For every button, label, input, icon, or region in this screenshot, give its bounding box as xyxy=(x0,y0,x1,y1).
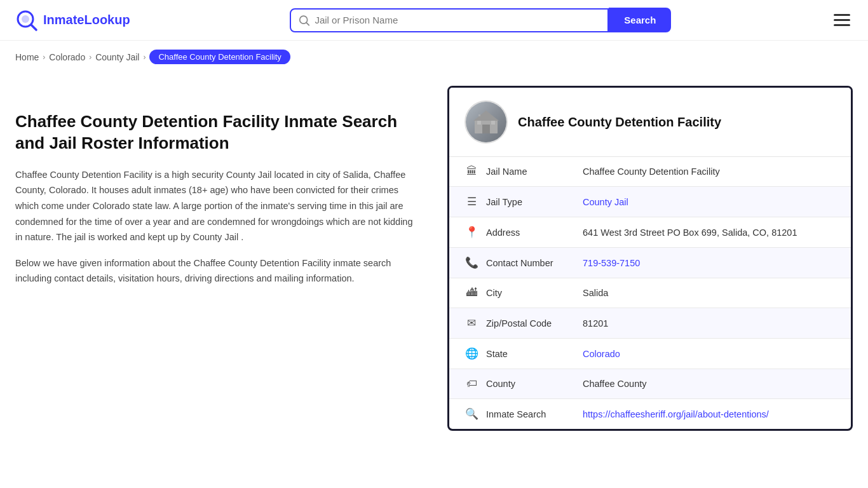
info-row: 🔍Inmate Searchhttps://chaffeesheriff.org… xyxy=(449,399,851,429)
breadcrumb-home[interactable]: Home xyxy=(15,52,39,62)
info-link[interactable]: County Jail xyxy=(583,197,628,207)
svg-line-2 xyxy=(31,25,36,30)
state-icon: 🌐 xyxy=(465,347,478,360)
facility-image-placeholder xyxy=(466,102,506,142)
logo-icon xyxy=(15,9,38,32)
info-row: ☰Jail TypeCounty Jail xyxy=(449,187,851,217)
info-value: Salida xyxy=(583,288,836,298)
info-label: Zip/Postal Code xyxy=(486,318,575,329)
info-label: Inmate Search xyxy=(486,409,575,419)
card-header: Chaffee County Detention Facility xyxy=(449,88,851,157)
breadcrumb-chevron-3: › xyxy=(143,53,146,62)
inmate-search-icon: 🔍 xyxy=(465,407,478,421)
hamburger-line-1 xyxy=(834,14,850,16)
svg-rect-9 xyxy=(491,121,495,125)
search-area: Search xyxy=(290,8,671,32)
description-paragraph-2: Below we have given information about th… xyxy=(15,255,422,287)
info-row: 🌐StateColorado xyxy=(449,339,851,369)
info-label: City xyxy=(486,288,575,298)
facility-image xyxy=(465,100,508,144)
info-label: Jail Type xyxy=(486,197,575,207)
zip-icon: ✉ xyxy=(465,316,478,330)
info-row: 📍Address641 West 3rd Street PO Box 699, … xyxy=(449,217,851,248)
facility-card: Chaffee County Detention Facility 🏛Jail … xyxy=(447,86,853,431)
svg-marker-6 xyxy=(473,111,499,121)
info-row: 🏛Jail NameChaffee County Detention Facil… xyxy=(449,157,851,187)
phone-icon: 📞 xyxy=(465,256,478,269)
svg-rect-8 xyxy=(477,121,481,125)
breadcrumb: Home › Colorado › County Jail › Chaffee … xyxy=(0,41,868,73)
left-column: Chaffee County Detention Facility Inmate… xyxy=(15,86,422,431)
svg-rect-10 xyxy=(478,114,480,116)
info-label: Address xyxy=(486,227,575,238)
info-value[interactable]: Colorado xyxy=(583,349,836,359)
address-icon: 📍 xyxy=(465,226,478,239)
info-label: County xyxy=(486,379,575,389)
search-wrapper xyxy=(290,8,609,32)
card-title: Chaffee County Detention Facility xyxy=(518,115,721,130)
svg-point-1 xyxy=(22,15,29,23)
description-paragraph-1: Chaffee County Detention Facility is a h… xyxy=(15,167,422,245)
county-icon: 🏷 xyxy=(465,377,478,390)
info-link[interactable]: https://chaffeesheriff.org/jail/about-de… xyxy=(583,409,769,419)
hamburger-line-2 xyxy=(834,19,850,21)
city-icon: 🏙 xyxy=(465,287,478,299)
info-value[interactable]: https://chaffeesheriff.org/jail/about-de… xyxy=(583,409,836,419)
info-value[interactable]: 719-539-7150 xyxy=(583,258,836,268)
info-table: 🏛Jail NameChaffee County Detention Facil… xyxy=(449,157,851,429)
breadcrumb-current: Chaffee County Detention Facility xyxy=(149,50,290,64)
info-row: 🏷CountyChaffee County xyxy=(449,369,851,399)
info-value: Chaffee County Detention Facility xyxy=(583,166,836,177)
info-row: ✉Zip/Postal Code81201 xyxy=(449,308,851,339)
breadcrumb-county-jail[interactable]: County Jail xyxy=(95,52,139,62)
search-button[interactable]: Search xyxy=(609,8,671,32)
breadcrumb-chevron-1: › xyxy=(43,53,45,62)
info-link[interactable]: Colorado xyxy=(583,349,620,359)
info-row: 🏙CitySalida xyxy=(449,278,851,308)
logo-text: InmateLookup xyxy=(43,13,130,27)
hamburger-line-3 xyxy=(834,24,850,26)
site-header: InmateLookup Search xyxy=(0,0,868,41)
jail-icon: 🏛 xyxy=(465,165,478,178)
search-icon xyxy=(299,15,309,26)
info-label: Contact Number xyxy=(486,258,575,268)
main-content: Chaffee County Detention Facility Inmate… xyxy=(0,73,868,444)
jail-type-icon: ☰ xyxy=(465,195,478,208)
page-title: Chaffee County Detention Facility Inmate… xyxy=(15,111,422,154)
hamburger-menu[interactable] xyxy=(831,11,853,29)
building-icon xyxy=(472,108,500,136)
search-input[interactable] xyxy=(315,15,600,25)
breadcrumb-chevron-2: › xyxy=(89,53,92,62)
info-value: 81201 xyxy=(583,318,836,329)
logo[interactable]: InmateLookup xyxy=(15,9,130,32)
info-label: State xyxy=(486,349,575,359)
info-value: Chaffee County xyxy=(583,379,836,389)
info-row: 📞Contact Number719-539-7150 xyxy=(449,248,851,278)
info-value: 641 West 3rd Street PO Box 699, Salida, … xyxy=(583,227,836,238)
info-label: Jail Name xyxy=(486,166,575,177)
breadcrumb-colorado[interactable]: Colorado xyxy=(49,52,85,62)
right-column: Chaffee County Detention Facility 🏛Jail … xyxy=(447,86,853,431)
svg-line-4 xyxy=(307,22,309,25)
svg-rect-7 xyxy=(482,125,490,133)
info-value[interactable]: County Jail xyxy=(583,197,836,207)
info-link[interactable]: 719-539-7150 xyxy=(583,258,640,268)
